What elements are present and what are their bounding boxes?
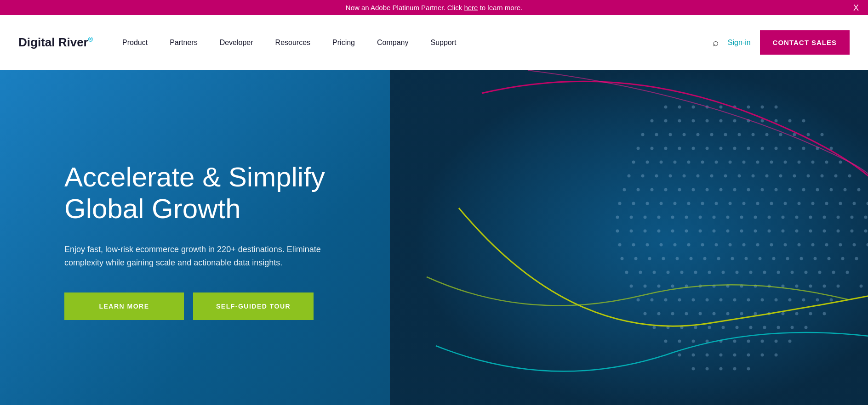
nav-item-support[interactable]: Support: [419, 15, 467, 70]
nav-item-pricing[interactable]: Pricing: [321, 15, 366, 70]
logo-trademark: ®: [88, 36, 93, 43]
learn-more-button[interactable]: LEARN MORE: [64, 292, 184, 320]
top-banner: Now an Adobe Platinum Partner. Click her…: [0, 0, 868, 15]
nav-item-developer[interactable]: Developer: [209, 15, 264, 70]
nav-links: Product Partners Developer Resources Pri…: [111, 15, 713, 70]
nav-item-product[interactable]: Product: [111, 15, 159, 70]
globe-lines: [390, 70, 868, 405]
banner-link[interactable]: here: [464, 4, 478, 11]
contact-sales-button[interactable]: CONTACT SALES: [760, 30, 850, 55]
search-icon[interactable]: ⌕: [713, 37, 719, 49]
logo[interactable]: Digital River®: [18, 35, 93, 50]
hero-section: Accelerate & SimplifyGlobal Growth Enjoy…: [0, 70, 868, 405]
logo-text: Digital River®: [18, 35, 93, 50]
logo-river: River: [55, 35, 88, 49]
nav-item-partners[interactable]: Partners: [159, 15, 208, 70]
hero-title: Accelerate & SimplifyGlobal Growth: [64, 161, 325, 225]
hero-subtitle: Enjoy fast, low-risk ecommerce growth in…: [64, 243, 322, 270]
banner-text-after: to learn more.: [478, 4, 522, 11]
nav-item-company[interactable]: Company: [366, 15, 419, 70]
hero-content: Accelerate & SimplifyGlobal Growth Enjoy…: [0, 161, 325, 320]
self-guided-tour-button[interactable]: SELF-GUIDED TOUR: [193, 292, 314, 320]
navbar: Digital River® Product Partners Develope…: [0, 15, 868, 70]
banner-text: Now an Adobe Platinum Partner. Click: [346, 4, 464, 11]
globe-container: [390, 70, 868, 405]
nav-item-resources[interactable]: Resources: [264, 15, 321, 70]
logo-digital: Digital: [18, 35, 55, 49]
nav-right: ⌕ Sign-in CONTACT SALES: [713, 30, 850, 55]
banner-close-button[interactable]: X: [853, 3, 859, 12]
signin-link[interactable]: Sign-in: [728, 39, 751, 47]
hero-buttons: LEARN MORE SELF-GUIDED TOUR: [64, 292, 325, 320]
